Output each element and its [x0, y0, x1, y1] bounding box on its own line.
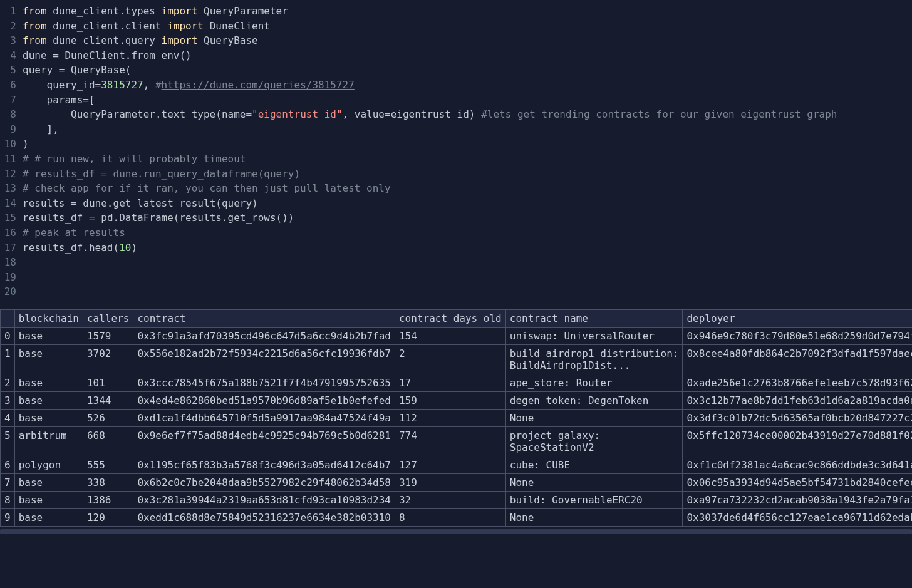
table-cell: 0x8cee4a80fdb864c2b7092f3dfad1f597daec64… [683, 344, 912, 374]
code-line: dune = DuneClient.from_env() [23, 48, 912, 63]
table-row: 0base15790x3fc91a3afd70395cd496c647d5a6c… [1, 327, 913, 344]
code-line: ) [23, 137, 912, 152]
table-cell: 668 [83, 426, 133, 456]
table-cell: 0 [1, 327, 15, 344]
code-area[interactable]: from dune_client.types import QueryParam… [23, 4, 912, 299]
code-line: # results_df = dune.run_query_dataframe(… [23, 167, 912, 182]
table-row: 4base5260xd1ca1f4dbb645710f5d5a9917aa984… [1, 409, 913, 426]
table-cell: 0xd1ca1f4dbb645710f5d5a9917aa984a47524f4… [133, 409, 395, 426]
table-cell: 774 [395, 426, 505, 456]
output-table-wrapper: blockchaincallerscontractcontract_days_o… [0, 309, 912, 527]
table-row: 7base3380x6b2c0c7be2048daa9b5527982c29f4… [1, 473, 913, 491]
table-cell: None [505, 473, 683, 491]
table-cell: 0xa97ca732232cd2acab9038a1943fe2a79fa1cc… [683, 491, 912, 508]
table-cell: 17 [395, 374, 505, 391]
results-table: blockchaincallerscontractcontract_days_o… [0, 309, 912, 527]
table-cell: base [14, 374, 83, 391]
code-line: query_id=3815727, #https://dune.com/quer… [23, 78, 912, 93]
table-cell: 3702 [83, 344, 133, 374]
table-header-cell: deployer [683, 309, 912, 327]
line-number: 3 [0, 33, 23, 48]
line-number: 12 [0, 167, 23, 182]
table-cell: ape_store: Router [505, 374, 683, 391]
table-cell: project_galaxy: SpaceStationV2 [505, 426, 683, 456]
table-cell: 1579 [83, 327, 133, 344]
table-cell: 2 [1, 374, 15, 391]
table-cell: 0xf1c0df2381ac4a6cac9c866ddbde3c3d641a13… [683, 456, 912, 473]
code-line: from dune_client.client import DuneClien… [23, 19, 912, 34]
code-editor: 1234567891011121314151617181920 from dun… [0, 0, 912, 306]
line-number: 20 [0, 284, 23, 299]
table-cell: 338 [83, 473, 133, 491]
table-cell: 4 [1, 409, 15, 426]
table-cell: 0x946e9c780f3c79d80e51e68d259d0d7e794f21… [683, 327, 912, 344]
table-cell: 0x556e182ad2b72f5934c2215d6a56cfc19936fd… [133, 344, 395, 374]
horizontal-scrollbar[interactable] [0, 529, 912, 534]
table-cell: 32 [395, 491, 505, 508]
table-cell: 0x4ed4e862860bed51a9570b96d89af5e1b0efef… [133, 391, 395, 409]
code-line: results_df = pd.DataFrame(results.get_ro… [23, 210, 912, 225]
table-row: 3base13440x4ed4e862860bed51a9570b96d89af… [1, 391, 913, 409]
table-row: 5arbitrum6680x9e6ef7f75ad88d4edb4c9925c9… [1, 426, 913, 456]
line-number: 6 [0, 78, 23, 93]
line-number: 16 [0, 225, 23, 240]
table-cell: 1344 [83, 391, 133, 409]
table-cell: build: GovernableERC20 [505, 491, 683, 508]
code-line: ], [23, 122, 912, 137]
table-header-cell [1, 309, 15, 327]
table-cell: 8 [395, 508, 505, 526]
table-cell: 0x3c12b77ae8b7dd1feb63d1d6a2a819acda0a41… [683, 391, 912, 409]
table-cell: 0x6b2c0c7be2048daa9b5527982c29f48062b34d… [133, 473, 395, 491]
table-cell: 8 [1, 491, 15, 508]
line-number: 11 [0, 152, 23, 167]
table-cell: 0x1195cf65f83b3a5768f3c496d3a05ad6412c64… [133, 456, 395, 473]
table-cell: None [505, 508, 683, 526]
line-number: 5 [0, 63, 23, 78]
table-cell: base [14, 327, 83, 344]
table-cell: 2 [395, 344, 505, 374]
table-cell: 120 [83, 508, 133, 526]
table-cell: 0x3df3c01b72dc5d63565af0bcb20d847227c220… [683, 409, 912, 426]
table-cell: 319 [395, 473, 505, 491]
line-number: 1 [0, 4, 23, 19]
table-row: 6polygon5550x1195cf65f83b3a5768f3c496d3a… [1, 456, 913, 473]
line-number: 9 [0, 122, 23, 137]
table-header-cell: contract_name [505, 309, 683, 327]
table-header-cell: contract [133, 309, 395, 327]
table-cell: 526 [83, 409, 133, 426]
code-line: params=[ [23, 93, 912, 108]
table-row: 9base1200xedd1c688d8e75849d52316237e6634… [1, 508, 913, 526]
code-line: from dune_client.types import QueryParam… [23, 4, 912, 19]
code-line: results_df.head(10) [23, 240, 912, 255]
code-line: QueryParameter.text_type(name="eigentrus… [23, 107, 912, 122]
code-line: # peak at results [23, 225, 912, 240]
code-line: query = QueryBase( [23, 63, 912, 78]
line-number: 18 [0, 255, 23, 270]
table-cell: 0xade256e1c2763b8766efe1eeb7c578d93f621f… [683, 374, 912, 391]
table-cell: base [14, 473, 83, 491]
table-cell: 101 [83, 374, 133, 391]
table-cell: degen_token: DegenToken [505, 391, 683, 409]
table-header-cell: contract_days_old [395, 309, 505, 327]
table-row: 2base1010x3ccc78545f675a188b7521f7f4b479… [1, 374, 913, 391]
table-cell: cube: CUBE [505, 456, 683, 473]
table-header-cell: blockchain [14, 309, 83, 327]
line-number: 14 [0, 196, 23, 211]
table-cell: base [14, 391, 83, 409]
table-cell: base [14, 344, 83, 374]
table-cell: 1 [1, 344, 15, 374]
table-row: 1base37020x556e182ad2b72f5934c2215d6a56c… [1, 344, 913, 374]
table-cell: 9 [1, 508, 15, 526]
line-number-gutter: 1234567891011121314151617181920 [0, 4, 23, 299]
table-cell: build_airdrop1_distribution: BuildAirdro… [505, 344, 683, 374]
table-cell: base [14, 508, 83, 526]
table-cell: 5 [1, 426, 15, 456]
line-number: 2 [0, 19, 23, 34]
table-cell: 112 [395, 409, 505, 426]
table-cell: 154 [395, 327, 505, 344]
table-cell: 555 [83, 456, 133, 473]
table-cell: None [505, 409, 683, 426]
table-cell: 6 [1, 456, 15, 473]
table-header-row: blockchaincallerscontractcontract_days_o… [1, 309, 913, 327]
line-number: 19 [0, 270, 23, 285]
